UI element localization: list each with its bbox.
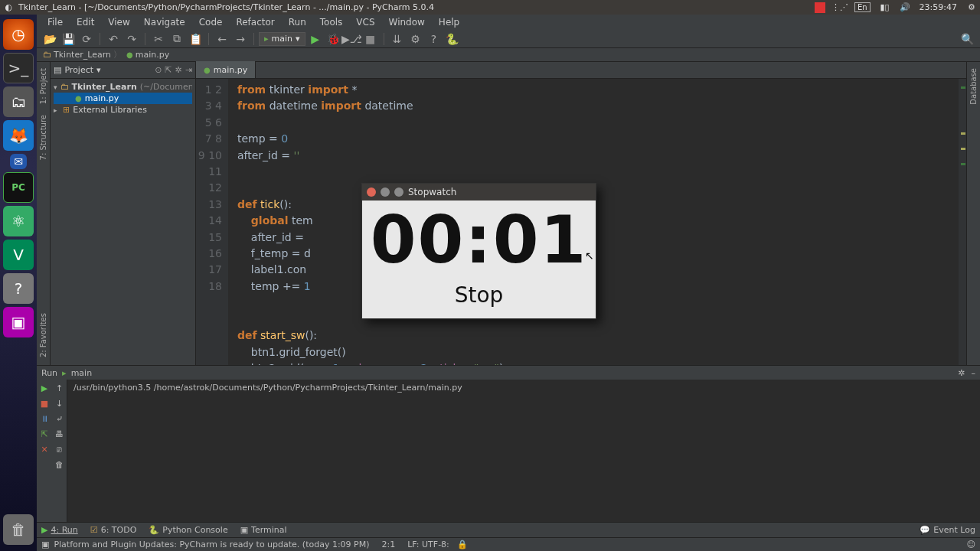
run-controls-col1: ▶ ■ ⏸ ⇱ ✕ xyxy=(37,380,52,522)
redo-icon[interactable]: ↷ xyxy=(123,31,140,47)
settings-gear-icon[interactable]: ⚙ xyxy=(966,2,977,13)
settings-icon[interactable]: ⚙ xyxy=(407,31,424,47)
help-icon[interactable]: ? xyxy=(3,273,34,304)
trash-icon[interactable]: 🗑 xyxy=(3,514,34,545)
stopwatch-window[interactable]: Stopwatch 00:01 Stop xyxy=(361,183,596,319)
sdk-icon[interactable]: 🐍 xyxy=(444,31,461,47)
window-minimize-icon[interactable] xyxy=(381,187,390,197)
editor-tab-main[interactable]: ● main.py xyxy=(196,61,256,78)
filter-icon[interactable]: 🗑 xyxy=(54,459,65,470)
dash-icon[interactable]: ◷ xyxy=(3,19,34,50)
lock-icon[interactable]: 🔒 xyxy=(457,540,468,549)
clear-icon[interactable]: ⎚ xyxy=(54,444,65,455)
atom-icon[interactable]: ⚛ xyxy=(3,206,34,236)
window-maximize-icon[interactable] xyxy=(394,187,403,197)
save-icon[interactable]: 💾 xyxy=(60,31,77,47)
tree-file-main[interactable]: ● main.py xyxy=(54,93,192,104)
hide-icon[interactable]: ⇥ xyxy=(185,65,192,75)
exit-icon[interactable]: ⇱ xyxy=(39,429,50,439)
vcs-icon[interactable]: ⇊ xyxy=(389,31,406,47)
clock[interactable]: 23:59:47 xyxy=(920,2,957,12)
search-icon[interactable]: 🔍 xyxy=(959,31,975,47)
rerun-icon[interactable]: ▶ xyxy=(39,383,50,393)
project-tab[interactable]: 1: Project xyxy=(39,65,47,107)
keyboard-lang[interactable]: En xyxy=(854,2,871,12)
run-button-icon[interactable]: ▶ xyxy=(307,31,324,47)
pycharm-icon[interactable]: PC xyxy=(3,172,34,203)
menu-tools[interactable]: Tools xyxy=(314,16,349,28)
window-close-icon[interactable] xyxy=(367,187,376,197)
tree-external-libs[interactable]: ▸ ⊞ External Libraries xyxy=(54,104,192,116)
pause-icon[interactable]: ⏸ xyxy=(39,413,50,424)
thunderbird-icon[interactable]: ✉ xyxy=(10,154,27,169)
menu-vcs[interactable]: VCS xyxy=(350,16,381,28)
app-icon[interactable]: ▣ xyxy=(3,307,34,337)
chevron-down-icon[interactable]: ▾ xyxy=(96,65,101,75)
forward-icon[interactable]: → xyxy=(232,31,249,47)
menu-window[interactable]: Window xyxy=(383,16,431,28)
menu-run[interactable]: Run xyxy=(283,16,312,28)
tw-eventlog[interactable]: 💬Event Log xyxy=(920,525,975,535)
stopwatch-titlebar[interactable]: Stopwatch xyxy=(362,184,596,201)
battery-icon[interactable]: ▮▯ xyxy=(880,2,890,13)
vim-icon[interactable]: V xyxy=(3,240,34,270)
run-output[interactable]: /usr/bin/python3.5 /home/astrok/Document… xyxy=(67,380,980,522)
down-icon[interactable]: ↓ xyxy=(54,398,65,409)
encoding[interactable]: LF: UTF-8: xyxy=(407,540,449,549)
toolwin-toggle-icon[interactable]: ▣ xyxy=(41,540,49,549)
tree-root[interactable]: ▾ 🗀 Tkinter_Learn (~/Documents xyxy=(54,81,192,93)
stop-icon[interactable]: ■ xyxy=(39,398,50,409)
favorites-tab[interactable]: 2: Favorites xyxy=(39,310,47,360)
collapse-icon[interactable]: ⇱ xyxy=(165,65,172,75)
tw-todo[interactable]: ☑6: TODO xyxy=(90,525,137,535)
terminal-app-icon[interactable]: >_ xyxy=(3,53,34,83)
tw-terminal[interactable]: ▣Terminal xyxy=(240,525,287,535)
hector-icon[interactable]: ☺ xyxy=(967,540,975,549)
help-icon-tb[interactable]: ? xyxy=(426,31,443,47)
record-indicator-icon[interactable] xyxy=(815,2,825,13)
menu-file[interactable]: File xyxy=(41,16,69,28)
firefox-icon[interactable]: 🦊 xyxy=(3,120,34,151)
close-icon[interactable]: ✕ xyxy=(39,444,50,455)
gear-icon[interactable]: ✲ xyxy=(175,65,182,75)
status-message[interactable]: Platform and Plugin Updates: PyCharm is … xyxy=(54,540,369,549)
tw-run[interactable]: ▶4: Run xyxy=(41,525,78,535)
files-app-icon[interactable]: 🗂 xyxy=(3,86,34,117)
menu-navigate[interactable]: Navigate xyxy=(138,16,191,28)
stop-button[interactable]: Stop xyxy=(370,278,588,317)
locate-icon[interactable]: ⊙ xyxy=(155,65,162,75)
marker-bar[interactable] xyxy=(959,79,966,365)
wifi-icon[interactable]: ⋮⋰ xyxy=(835,2,845,13)
database-tab[interactable]: Database xyxy=(969,65,978,108)
crumb-project[interactable]: 🗀 Tkinter_Learn 〉 xyxy=(41,49,123,60)
gear-icon[interactable]: ✲ xyxy=(958,368,965,378)
paste-icon[interactable]: 📋 xyxy=(187,31,204,47)
volume-icon[interactable]: 🔊 xyxy=(900,2,910,13)
hide-icon[interactable]: – xyxy=(972,368,976,378)
copy-icon[interactable]: ⧉ xyxy=(168,31,185,47)
run-config-select[interactable]: ▸ main ▾ xyxy=(259,32,305,46)
crumb-file[interactable]: ● main.py xyxy=(125,50,171,60)
structure-tab[interactable]: 7: Structure xyxy=(39,112,47,163)
menu-edit[interactable]: Edit xyxy=(70,16,100,28)
cut-icon[interactable]: ✂ xyxy=(150,31,167,47)
wrap-icon[interactable]: ⤶ xyxy=(54,413,65,424)
menu-code[interactable]: Code xyxy=(193,16,229,28)
menu-help[interactable]: Help xyxy=(433,16,466,28)
back-icon[interactable]: ← xyxy=(214,31,230,47)
print-icon[interactable]: 🖶 xyxy=(54,429,65,439)
stop-icon[interactable]: ■ xyxy=(362,31,379,47)
project-title[interactable]: Project xyxy=(64,65,93,75)
open-icon[interactable]: 📂 xyxy=(41,31,58,47)
project-tree[interactable]: ▾ 🗀 Tkinter_Learn (~/Documents ● main.py… xyxy=(51,79,195,118)
up-icon[interactable]: ↑ xyxy=(54,383,65,393)
tree-label: main.py xyxy=(85,93,119,103)
undo-icon[interactable]: ↶ xyxy=(105,31,122,47)
tw-pyconsole[interactable]: 🐍Python Console xyxy=(149,525,227,535)
refresh-icon[interactable]: ⟳ xyxy=(78,31,95,47)
menu-view[interactable]: View xyxy=(102,16,136,28)
coverage-icon[interactable]: ▶⎇ xyxy=(344,31,361,47)
menu-refactor[interactable]: Refactor xyxy=(230,16,280,28)
caret-position[interactable]: 2:1 xyxy=(382,540,396,549)
debug-button-icon[interactable]: 🐞 xyxy=(325,31,342,47)
